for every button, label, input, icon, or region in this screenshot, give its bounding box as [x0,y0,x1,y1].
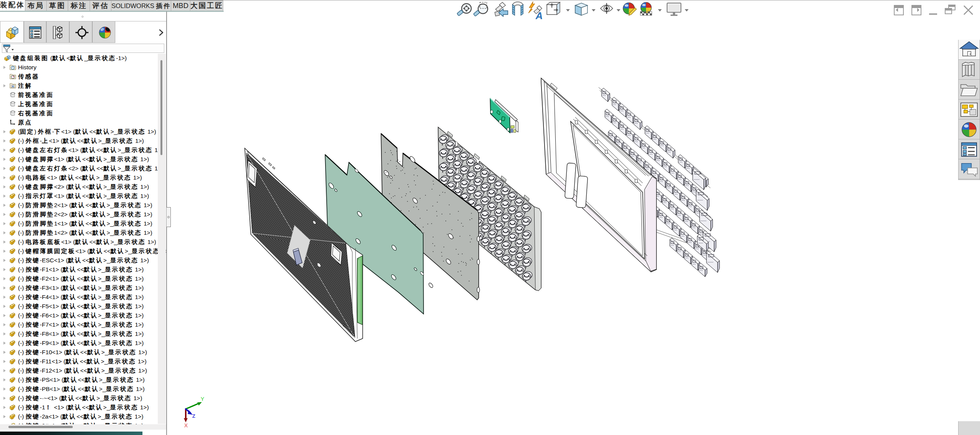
svg-text:Z: Z [192,413,195,419]
svg-text:X: X [184,422,188,428]
svg-text:Y: Y [201,396,205,402]
svg-text:A: A [535,10,543,21]
